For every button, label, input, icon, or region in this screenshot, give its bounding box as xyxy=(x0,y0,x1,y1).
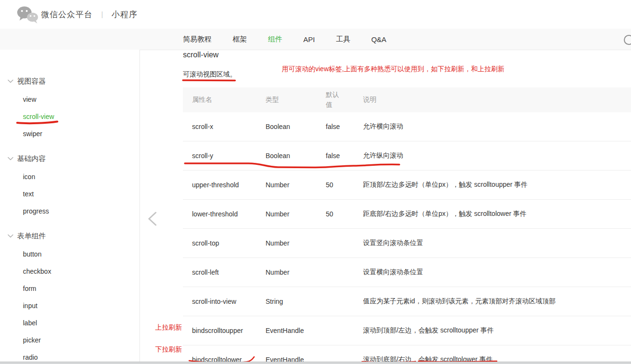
cell-attr-name: scroll-into-view xyxy=(183,298,266,305)
cell-attr-name: scroll-y xyxy=(183,152,266,160)
table-header-cell: 类型 xyxy=(266,96,326,104)
cell-attr-name: upper-threshold xyxy=(183,181,266,189)
cell-description: 距顶部/左边多远时（单位px），触发 scrolltoupper 事件 xyxy=(363,181,631,189)
table-header-cell: 说明 xyxy=(363,96,631,104)
cell-description: 设置横向滚动条位置 xyxy=(363,268,631,277)
search-icon[interactable] xyxy=(624,35,631,45)
cell-default: 50 xyxy=(326,210,363,218)
nav-item--[interactable]: 简易教程 xyxy=(183,35,212,44)
sidebar-item-swiper[interactable]: swiper xyxy=(0,125,139,142)
table-row[interactable]: scroll-leftNumber设置横向滚动条位置 xyxy=(183,258,631,287)
collapse-sidebar-icon[interactable] xyxy=(147,212,158,226)
cell-type: Number xyxy=(266,268,326,276)
cell-description: 距底部/右边多远时（单位px），触发 scrolltolower 事件 xyxy=(363,210,631,218)
sidebar-group: 基础内容icontextprogress xyxy=(0,149,139,220)
cell-type: String xyxy=(266,298,326,305)
red-annotation-upper-note: 上拉刷新 xyxy=(155,323,182,332)
red-annotation-top-note: 用可滚动的view标签,上面有多种熟悉可以使用到，如下拉刷新，和上拉刷新 xyxy=(282,65,504,74)
sidebar-group-label: 视图容器 xyxy=(17,77,46,86)
cell-attr-name: bindscrolltoupper xyxy=(183,327,266,334)
cell-type: EventHandle xyxy=(266,327,326,334)
sidebar-group-header[interactable]: 基础内容 xyxy=(0,149,139,168)
table-row[interactable]: scroll-topNumber设置竖向滚动条位置 xyxy=(183,229,631,258)
sidebar-group-header[interactable]: 视图容器 xyxy=(0,72,139,91)
sidebar-group: 视图容器viewscroll-viewswiper xyxy=(0,72,139,142)
sidebar-group: 表单组件buttoncheckboxforminputlabelpickerra… xyxy=(0,226,139,364)
table-row[interactable]: scroll-yBooleanfalse允许纵向滚动 xyxy=(183,141,631,171)
table-header-cell: 默认值 xyxy=(326,90,363,110)
table-header-cell-text: 默认值 xyxy=(326,90,342,110)
sub-brand-title[interactable]: 小程序 xyxy=(112,9,138,20)
sidebar-item-view[interactable]: view xyxy=(0,91,139,108)
red-underline-subtitle xyxy=(183,80,235,81)
nav-item--[interactable]: 框架 xyxy=(233,35,247,44)
nav-bar: 简易教程框架组件API工具Q&A xyxy=(0,29,631,50)
table-header-cell: 属性名 xyxy=(183,96,266,104)
cell-description: 滚动到顶部/左边，会触发 scrolltoupper 事件 xyxy=(363,326,631,335)
cell-attr-name: scroll-top xyxy=(183,239,266,247)
cell-default: 50 xyxy=(326,181,363,189)
cell-type: Number xyxy=(266,239,326,247)
sidebar-group-label: 基础内容 xyxy=(17,154,46,163)
chevron-down-icon xyxy=(8,79,13,83)
nav-items: 简易教程框架组件API工具Q&A xyxy=(183,29,386,50)
sidebar: 视图容器viewscroll-viewswiper基础内容icontextpro… xyxy=(0,50,140,362)
page: 微信公众平台 | 小程序 简易教程框架组件API工具Q&A 视图容器viewsc… xyxy=(0,0,631,364)
sidebar-item-checkbox[interactable]: checkbox xyxy=(0,263,139,280)
table-row[interactable]: upper-thresholdNumber50距顶部/左边多远时（单位px），触… xyxy=(183,171,631,200)
sidebar-group-label: 表单组件 xyxy=(17,232,46,241)
chevron-down-icon xyxy=(8,157,13,161)
table-row[interactable]: scroll-into-viewString值应为某子元素id，则滚动到该元素，… xyxy=(183,287,631,316)
sidebar-item-text[interactable]: text xyxy=(0,185,139,203)
sidebar-item-input[interactable]: input xyxy=(0,297,139,314)
cell-description: 允许横向滚动 xyxy=(363,122,631,131)
nav-item-q-a[interactable]: Q&A xyxy=(371,35,386,43)
sidebar-item-scroll-view[interactable]: scroll-view xyxy=(0,108,139,125)
chevron-down-icon xyxy=(8,234,13,238)
sidebar-item-icon[interactable]: icon xyxy=(0,168,139,185)
sidebar-item-form[interactable]: form xyxy=(0,280,139,297)
cell-default: false xyxy=(326,123,363,130)
cell-type: Boolean xyxy=(266,123,326,130)
sidebar-item-progress[interactable]: progress xyxy=(0,203,139,220)
properties-table: 属性名类型默认值说明scroll-xBooleanfalse允许横向滚动scro… xyxy=(183,87,631,364)
cell-type: Number xyxy=(266,181,326,189)
nav-item--[interactable]: 工具 xyxy=(336,35,350,44)
table-header-row: 属性名类型默认值说明 xyxy=(183,87,631,112)
nav-item-api[interactable]: API xyxy=(303,35,315,43)
table-row[interactable]: lower-thresholdNumber50距底部/右边多远时（单位px），触… xyxy=(183,200,631,229)
brand-title[interactable]: 微信公众平台 xyxy=(41,9,93,20)
cell-description: 值应为某子元素id，则滚动到该元素，元素顶部对齐滚动区域顶部 xyxy=(363,297,631,306)
page-subtitle: 可滚动视图区域。 xyxy=(183,70,236,79)
sidebar-item-label[interactable]: label xyxy=(0,314,139,332)
cell-type: Boolean xyxy=(266,152,326,160)
cell-attr-name: scroll-left xyxy=(183,268,266,276)
cell-default: false xyxy=(326,152,363,160)
sidebar-item-picker[interactable]: picker xyxy=(0,332,139,349)
red-annotation-lower-note: 下拉刷新 xyxy=(155,345,182,354)
cell-attr-name: lower-threshold xyxy=(183,210,266,218)
cell-type: Number xyxy=(266,210,326,218)
sidebar-item-button[interactable]: button xyxy=(0,246,139,263)
brand-divider: | xyxy=(101,11,103,18)
nav-item--[interactable]: 组件 xyxy=(268,35,282,44)
bottom-scrollbar[interactable] xyxy=(0,362,631,364)
top-header: 微信公众平台 | 小程序 xyxy=(0,0,631,29)
cell-description: 设置竖向滚动条位置 xyxy=(363,239,631,247)
page-title: scroll-view xyxy=(183,51,219,59)
cell-attr-name: scroll-x xyxy=(183,123,266,130)
wechat-logo-icon xyxy=(16,5,40,24)
cell-description: 允许纵向滚动 xyxy=(363,151,631,160)
table-row[interactable]: bindscrolltoupperEventHandle滚动到顶部/左边，会触发… xyxy=(183,316,631,345)
brand-wrap: 微信公众平台 | 小程序 xyxy=(41,0,138,29)
sidebar-group-header[interactable]: 表单组件 xyxy=(0,226,139,246)
table-row[interactable]: scroll-xBooleanfalse允许横向滚动 xyxy=(183,112,631,141)
